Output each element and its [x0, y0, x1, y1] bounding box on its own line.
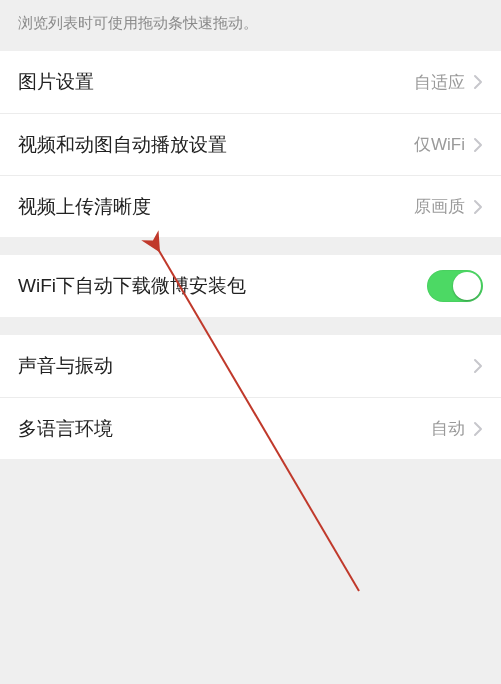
row-video-autoplay[interactable]: 视频和动图自动播放设置 仅WiFi: [0, 113, 501, 175]
row-label: 多语言环境: [18, 416, 113, 442]
row-wifi-download-pkg[interactable]: WiFi下自动下载微博安装包: [0, 255, 501, 317]
row-label: 视频上传清晰度: [18, 194, 151, 220]
section-download: WiFi下自动下载微博安装包: [0, 255, 501, 317]
section-system: 声音与振动 多语言环境 自动: [0, 335, 501, 459]
row-label: 声音与振动: [18, 353, 113, 379]
chevron-right-icon: [473, 421, 483, 437]
row-sound-vibration[interactable]: 声音与振动: [0, 335, 501, 397]
row-label: 视频和动图自动播放设置: [18, 132, 227, 158]
row-value: 自适应: [414, 71, 465, 94]
row-multilanguage[interactable]: 多语言环境 自动: [0, 397, 501, 459]
row-label: 图片设置: [18, 69, 94, 95]
row-right: [473, 358, 483, 374]
row-value: 原画质: [414, 195, 465, 218]
row-image-settings[interactable]: 图片设置 自适应: [0, 51, 501, 113]
row-value: 自动: [431, 417, 465, 440]
row-video-upload-quality[interactable]: 视频上传清晰度 原画质: [0, 175, 501, 237]
toggle-knob: [453, 272, 481, 300]
row-label: WiFi下自动下载微博安装包: [18, 273, 246, 299]
row-value: 仅WiFi: [414, 133, 465, 156]
row-right: 原画质: [414, 195, 483, 218]
section-gap: [0, 237, 501, 255]
chevron-right-icon: [473, 74, 483, 90]
toggle-switch[interactable]: [427, 270, 483, 302]
section-media: 图片设置 自适应 视频和动图自动播放设置 仅WiFi 视频上传清晰度 原画质: [0, 51, 501, 237]
chevron-right-icon: [473, 358, 483, 374]
row-right: [427, 270, 483, 302]
row-right: 仅WiFi: [414, 133, 483, 156]
chevron-right-icon: [473, 137, 483, 153]
row-right: 自动: [431, 417, 483, 440]
row-right: 自适应: [414, 71, 483, 94]
chevron-right-icon: [473, 199, 483, 215]
section-gap: [0, 317, 501, 335]
hint-text: 浏览列表时可使用拖动条快速拖动。: [0, 0, 501, 51]
